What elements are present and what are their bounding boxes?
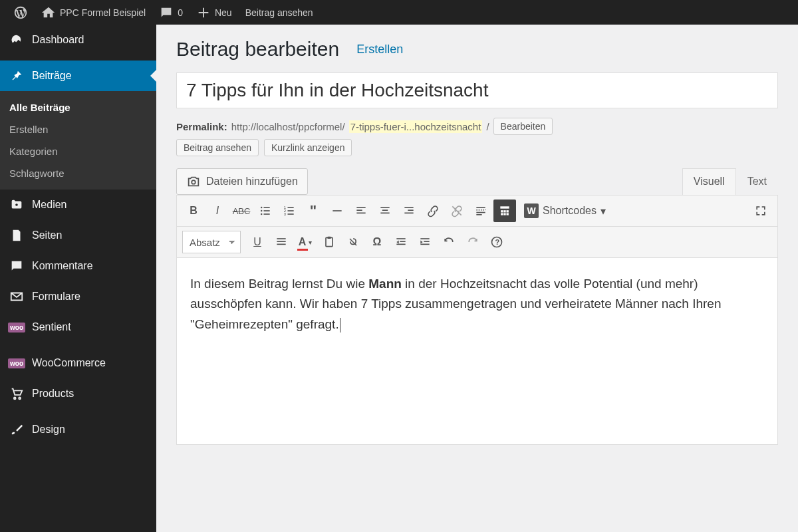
sidebar-item-products[interactable]: Products <box>0 378 156 409</box>
svg-rect-17 <box>356 213 365 214</box>
align-center-button[interactable] <box>374 200 396 222</box>
svg-rect-14 <box>332 210 341 211</box>
svg-rect-19 <box>382 209 388 211</box>
bold-button[interactable]: B <box>182 200 205 222</box>
special-char-button[interactable]: Ω <box>366 231 388 253</box>
site-link[interactable]: PPC Formel Beispiel <box>35 0 152 25</box>
svg-rect-12 <box>288 210 294 211</box>
add-media-button[interactable]: Dateien hinzufügen <box>176 168 308 195</box>
sidebar-item-media[interactable]: Medien <box>0 190 156 220</box>
svg-rect-28 <box>500 206 509 208</box>
strikethrough-button[interactable]: ABC <box>230 200 253 222</box>
svg-rect-5 <box>264 207 270 208</box>
sidebar-item-comments[interactable]: Kommentare <box>0 251 156 281</box>
sidebar-item-dashboard[interactable]: Dashboard <box>0 25 156 55</box>
svg-rect-30 <box>503 210 505 212</box>
indent-button[interactable] <box>414 231 436 253</box>
cart-icon <box>9 386 24 401</box>
svg-point-4 <box>261 213 263 215</box>
main-layout: Dashboard Beiträge Alle Beiträge Erstell… <box>0 25 798 532</box>
blockquote-button[interactable]: " <box>302 200 325 222</box>
dashboard-icon <box>9 33 24 47</box>
svg-rect-44 <box>424 241 429 242</box>
create-new-button[interactable]: Erstellen <box>350 41 410 58</box>
sidebar-item-forms[interactable]: Formulare <box>0 281 156 312</box>
align-left-button[interactable] <box>350 200 372 222</box>
paste-text-button[interactable] <box>318 231 340 253</box>
mail-icon <box>9 289 24 304</box>
text-color-button[interactable]: A▾ <box>294 231 317 253</box>
post-title-input[interactable] <box>176 72 778 108</box>
bullet-list-button[interactable] <box>254 200 277 222</box>
sidebar-sub-tags[interactable]: Schlagworte <box>0 162 156 184</box>
new-link[interactable]: Neu <box>190 0 239 25</box>
wp-logo[interactable] <box>7 0 35 25</box>
shortlink-button[interactable]: Kurzlink anzeigen <box>264 139 352 156</box>
underline-button[interactable]: U <box>246 231 269 253</box>
sidebar-item-sentient[interactable]: wooSentient <box>0 312 156 342</box>
shortcodes-button[interactable]: WShortcodes▾ <box>517 200 612 222</box>
redo-button[interactable] <box>462 231 484 253</box>
svg-rect-36 <box>277 241 285 242</box>
sidebar-item-pages[interactable]: Seiten <box>0 220 156 251</box>
comments-icon <box>9 259 24 273</box>
comment-icon <box>159 5 174 20</box>
sidebar-sub-categories[interactable]: Kategorien <box>0 140 156 162</box>
plus-icon <box>196 5 211 20</box>
svg-rect-20 <box>380 213 389 214</box>
hr-button[interactable] <box>326 200 348 222</box>
comments-link[interactable]: 0 <box>152 0 190 25</box>
pin-icon <box>9 68 24 83</box>
undo-button[interactable] <box>438 231 460 253</box>
more-button[interactable] <box>469 200 492 222</box>
italic-button[interactable]: I <box>206 200 229 222</box>
fullscreen-button[interactable] <box>749 200 772 222</box>
home-icon <box>41 5 56 20</box>
link-button[interactable] <box>422 200 444 222</box>
page-header: Beitrag bearbeiten Erstellen <box>176 38 778 61</box>
unlink-button[interactable] <box>446 200 468 222</box>
sidebar-sub-new-post[interactable]: Erstellen <box>0 118 156 140</box>
justify-button[interactable] <box>270 231 293 253</box>
toolbar-toggle-button[interactable] <box>493 200 516 222</box>
permalink-actions: Beitrag ansehen Kurzlink anzeigen <box>176 139 778 156</box>
sidebar-item-posts[interactable]: Beiträge <box>0 61 156 91</box>
sidebar-item-design[interactable]: Design <box>0 414 156 445</box>
svg-rect-7 <box>264 213 270 215</box>
svg-point-2 <box>261 207 263 209</box>
admin-topbar: PPC Formel Beispiel 0 Neu Beitrag ansehe… <box>0 0 798 25</box>
help-button[interactable]: ? <box>485 231 508 253</box>
camera-icon <box>186 174 201 189</box>
brush-icon <box>9 422 24 437</box>
sidebar-sub-all-posts[interactable]: Alle Beiträge <box>0 96 156 118</box>
editor-content[interactable]: In diesem Beitrag lernst Du wie Mann in … <box>177 258 777 444</box>
svg-rect-22 <box>408 209 413 211</box>
svg-point-1 <box>192 180 196 184</box>
svg-rect-34 <box>507 213 509 215</box>
svg-rect-11 <box>288 207 294 208</box>
chevron-down-icon: ▾ <box>600 205 606 217</box>
tab-visual[interactable]: Visuell <box>682 168 736 195</box>
permalink-label: Permalink: <box>176 121 227 132</box>
align-right-button[interactable] <box>398 200 420 222</box>
svg-text:3: 3 <box>284 212 286 216</box>
format-select[interactable]: Absatz <box>182 231 241 253</box>
text-cursor <box>340 318 340 332</box>
clear-formatting-button[interactable] <box>342 231 364 253</box>
content-area: Beitrag bearbeiten Erstellen Permalink: … <box>156 25 798 532</box>
editor-tabs: Visuell Text <box>682 168 778 195</box>
outdent-button[interactable] <box>390 231 412 253</box>
view-post-link[interactable]: Beitrag ansehen <box>239 0 320 25</box>
svg-rect-29 <box>501 210 503 212</box>
sidebar-item-woocommerce[interactable]: wooWooCommerce <box>0 348 156 378</box>
tab-text[interactable]: Text <box>736 168 778 195</box>
number-list-button[interactable]: 123 <box>278 200 301 222</box>
svg-rect-23 <box>404 213 413 214</box>
svg-rect-27 <box>476 214 481 215</box>
svg-rect-37 <box>277 244 285 245</box>
editor-header: Dateien hinzufügen Visuell Text <box>176 168 778 195</box>
svg-rect-35 <box>277 238 285 239</box>
edit-permalink-button[interactable]: Bearbeiten <box>493 118 553 135</box>
view-post-button[interactable]: Beitrag ansehen <box>176 139 259 156</box>
permalink-slug[interactable]: 7-tipps-fuer-i...hochzeitsnacht <box>349 120 483 133</box>
